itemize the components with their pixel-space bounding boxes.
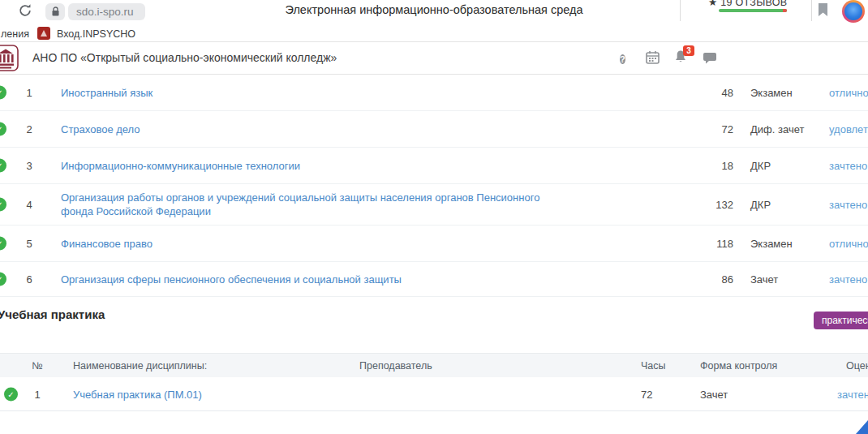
table-row: ✓ 1 Иностранный язык 48 Экзамен отлично (0, 75, 868, 111)
grade-link[interactable]: зачтено (829, 273, 867, 286)
discipline-link[interactable]: Иностранный язык (61, 86, 564, 100)
bookmark-item-inpsycho[interactable]: Вход.INPSYCHO (57, 28, 135, 40)
row-number: 5 (21, 238, 37, 250)
hours-value: 48 (696, 87, 733, 99)
completed-check-icon: ✓ (0, 198, 6, 212)
row-number: 2 (21, 123, 37, 135)
reviews-label: ★ 19 ОТЗЫВОВ (708, 0, 787, 8)
table-row: ✓ 1 Учебная практика (ПМ.01) 72 Зачет за… (0, 377, 868, 411)
bookmarks-bar: ления Вход.INPSYCHO (0, 24, 868, 42)
control-form: ДКР (750, 199, 771, 211)
toolbar-divider (811, 0, 812, 21)
header-control: Форма контроля (700, 360, 777, 372)
college-logo (0, 44, 19, 76)
completed-check-icon: ✓ (0, 237, 6, 251)
bookmark-item-truncated[interactable]: ления (1, 28, 29, 40)
grade-link[interactable]: отлично (829, 238, 868, 250)
address-bar[interactable]: sdo.i-spo.ru (68, 3, 145, 20)
profile-avatar-image (844, 2, 862, 20)
completed-check-icon: ✓ (0, 159, 6, 173)
control-form: Зачет (700, 388, 728, 400)
hours-value: 18 (696, 160, 733, 172)
table-row: ✓ 3 Информационно-коммуникационные техно… (0, 148, 868, 184)
control-form: Экзамен (750, 238, 793, 250)
row-number: 1 (29, 388, 45, 400)
reviews-rating-bar-tip (783, 9, 787, 12)
table-row: ✓ 6 Организация сферы пенсионного обеспе… (0, 262, 868, 297)
discipline-link[interactable]: Организация работы органов и учреждений … (61, 191, 564, 218)
discipline-link[interactable]: Финансовое право (61, 237, 564, 251)
table-row: ✓ 2 Страховое дело 72 Диф. зачет удовлет… (0, 111, 868, 148)
hours-value: 118 (696, 238, 733, 250)
table-row: ✓ 4 Организация работы органов и учрежде… (0, 184, 868, 226)
hours-value: 72 (641, 388, 652, 400)
completed-check-icon: ✓ (4, 387, 18, 401)
row-number: 4 (21, 199, 37, 211)
grade-link[interactable]: зачтено (829, 199, 867, 211)
disciplines-table: ✓ 1 Иностранный язык 48 Экзамен отлично … (0, 75, 868, 297)
bookmark-icon[interactable] (818, 3, 828, 20)
site-header: АНО ПО «Открытый социально-экономический… (0, 42, 868, 75)
grade-link[interactable]: удовлетворительно (829, 123, 868, 135)
grade-link[interactable]: зачтено (837, 388, 868, 400)
hours-value: 72 (696, 123, 733, 135)
section-title-practice: Учебная практика (0, 307, 105, 321)
scroll-corner-button[interactable] (856, 420, 868, 434)
lock-icon[interactable] (45, 3, 65, 20)
table-row: ✓ 5 Финансовое право 118 Экзамен отлично (0, 226, 868, 262)
control-form: Диф. зачет (750, 123, 804, 135)
row-number: 3 (21, 160, 37, 172)
browser-toolbar: sdo.i-spo.ru Электронная информационно-о… (0, 0, 868, 24)
reload-icon[interactable] (18, 3, 32, 18)
completed-check-icon: ✓ (0, 86, 6, 100)
control-form: Зачет (750, 273, 778, 286)
browser-window: sdo.i-spo.ru Электронная информационно-о… (0, 0, 868, 434)
header-name: Наименование дисциплины: (73, 360, 207, 372)
toolbar-divider (680, 0, 681, 21)
discipline-link[interactable]: Организация сферы пенсионного обеспечени… (61, 273, 564, 286)
row-number: 1 (21, 87, 37, 99)
org-name: АНО ПО «Открытый социально-экономический… (32, 51, 337, 64)
discipline-link[interactable]: Информационно-коммуникационные технологи… (61, 159, 564, 173)
header-hours: Часы (641, 360, 666, 372)
completed-check-icon: ✓ (0, 273, 6, 286)
help-icon[interactable]: ? (620, 51, 625, 67)
hours-value: 86 (696, 273, 733, 286)
completed-check-icon: ✓ (0, 122, 6, 136)
notification-count-badge: 3 (683, 45, 694, 56)
header-grade: Оценка (846, 360, 868, 372)
discipline-link[interactable]: Страховое дело (61, 122, 564, 136)
calendar-icon[interactable] (646, 50, 660, 68)
grade-link[interactable]: отлично (829, 87, 868, 99)
discipline-link[interactable]: Учебная практика (ПМ.01) (73, 387, 479, 401)
reviews-rating-bar (719, 9, 787, 12)
practice-type-badge: практическое (814, 312, 868, 329)
chat-icon[interactable] (703, 52, 717, 68)
practice-table-header: № Наименование дисциплины: Преподаватель… (0, 353, 868, 377)
header-num: № (29, 360, 45, 372)
bookmark-favicon (37, 27, 50, 40)
profile-avatar[interactable] (842, 0, 865, 23)
reviews-button[interactable]: ★ 19 ОТЗЫВОВ (708, 0, 789, 9)
grade-link[interactable]: зачтено (829, 160, 867, 172)
row-number: 6 (21, 273, 37, 286)
header-teacher: Преподаватель (359, 360, 432, 372)
hours-value: 132 (696, 199, 733, 211)
control-form: Экзамен (750, 87, 793, 99)
control-form: ДКР (750, 160, 771, 172)
page-title: Электронная информационно-образовательна… (239, 3, 629, 16)
